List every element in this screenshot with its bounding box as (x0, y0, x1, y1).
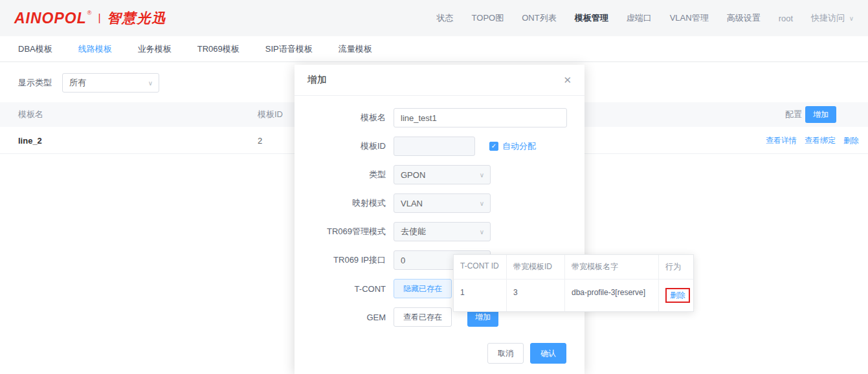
quick-access-menu[interactable]: 快捷访问 ∨ (811, 12, 854, 24)
tcont-label: T-CONT (295, 284, 394, 294)
mapping-mode-label: 映射模式 (295, 197, 394, 209)
logo-divider: | (98, 12, 100, 24)
auto-assign-label: 自动分配 (502, 140, 536, 152)
app-window: AINOPOL ® | 智慧光迅 状态 TOPO图 ONT列表 模板管理 虚端口… (0, 0, 868, 374)
tcont-popup-row: 1 3 dba-profile-3[reserve] 删除 (454, 280, 693, 311)
add-template-dialog: 增加 ✕ 模板名 模板ID ✓ 自动分配 类型 GPON ∨ (295, 65, 584, 374)
column-tcont-id: T-CONT ID (454, 255, 507, 280)
type-select[interactable]: GPON ∨ (394, 165, 491, 184)
column-bandwidth-profile-id: 带宽模板ID (507, 255, 565, 280)
hide-existing-tcont-button[interactable]: 隐藏已存在 (394, 279, 452, 298)
column-template-id: 模板ID (258, 109, 283, 120)
dialog-footer: 取消 确认 (487, 343, 566, 364)
delete-action-highlight-box: 删除 (665, 288, 690, 303)
mapping-mode-select[interactable]: VLAN ∨ (394, 193, 491, 213)
tab-tr069-template[interactable]: TR069模板 (197, 43, 239, 55)
nav-item-advanced-settings[interactable]: 高级设置 (727, 12, 761, 24)
tr069-mode-value: 去使能 (401, 226, 426, 237)
type-value: GPON (401, 170, 425, 180)
tab-service-template[interactable]: 业务模板 (138, 43, 172, 55)
display-type-select[interactable]: 所有 ∨ (62, 73, 159, 93)
add-template-button[interactable]: 增加 (805, 106, 836, 123)
display-type-label: 显示类型 (18, 77, 52, 89)
gem-label: GEM (295, 313, 394, 322)
view-existing-gem-button[interactable]: 查看已存在 (394, 307, 452, 327)
tcont-popup-header: T-CONT ID 带宽模板ID 带宽模板名字 行为 (454, 255, 693, 280)
filter-row: 显示类型 所有 ∨ (18, 73, 159, 93)
nav-item-template-mgmt[interactable]: 模板管理 (575, 12, 608, 24)
tcont-existing-popup: T-CONT ID 带宽模板ID 带宽模板名字 行为 1 3 dba-profi… (453, 254, 694, 312)
tr069-mode-label: TR069管理模式 (295, 226, 394, 237)
tab-traffic-template[interactable]: 流量模板 (339, 43, 372, 55)
tr069-mode-select[interactable]: 去使能 ∨ (394, 222, 491, 241)
user-name[interactable]: root (779, 14, 793, 23)
quick-access-label: 快捷访问 (811, 13, 845, 23)
display-type-value: 所有 (69, 77, 86, 89)
chevron-down-icon: ∨ (480, 228, 484, 236)
column-bandwidth-profile-name: 带宽模板名字 (565, 255, 659, 280)
form-row-template-id: 模板ID ✓ 自动分配 (295, 132, 584, 160)
template-name-value: line_2 (18, 135, 42, 145)
template-name-label: 模板名 (295, 112, 394, 124)
brand-slogan: 智慧光迅 (107, 9, 167, 27)
tcont-action-cell: 删除 (659, 280, 693, 311)
nav-item-vlan-mgmt[interactable]: VLAN管理 (670, 12, 709, 24)
nav-item-virtual-port[interactable]: 虚端口 (627, 12, 652, 24)
delete-tcont-link[interactable]: 删除 (670, 291, 685, 300)
mapping-mode-value: VLAN (401, 199, 423, 208)
column-config: 配置 (785, 109, 802, 120)
dialog-title: 增加 (307, 74, 327, 86)
form-row-mapping-mode: 映射模式 VLAN ∨ (295, 189, 584, 217)
template-name-input[interactable] (394, 108, 567, 127)
top-bar: AINOPOL ® | 智慧光迅 状态 TOPO图 ONT列表 模板管理 虚端口… (0, 0, 868, 36)
delete-row-link[interactable]: 删除 (843, 135, 859, 146)
nav-item-status[interactable]: 状态 (437, 12, 454, 24)
tr069-ip-label: TR069 IP接口 (295, 254, 394, 266)
dialog-header: 增加 ✕ (295, 65, 584, 96)
chevron-down-icon: ∨ (849, 15, 854, 22)
tab-sip-voice-template[interactable]: SIP语音模板 (265, 43, 313, 55)
chevron-down-icon: ∨ (480, 200, 484, 207)
bandwidth-profile-id-value: 3 (507, 280, 565, 311)
checkbox-checked-icon: ✓ (489, 142, 498, 151)
nav-item-topo[interactable]: TOPO图 (472, 12, 504, 24)
tab-line-template[interactable]: 线路模板 (78, 43, 112, 55)
auto-assign-checkbox[interactable]: ✓ 自动分配 (489, 140, 536, 152)
tcont-id-value: 1 (454, 280, 507, 311)
brand-logo: AINOPOL ® | 智慧光迅 (14, 9, 167, 27)
registered-mark: ® (87, 10, 92, 16)
template-id-input[interactable] (394, 137, 475, 156)
tab-dba-template[interactable]: DBA模板 (18, 43, 52, 55)
bandwidth-profile-name-value: dba-profile-3[reserve] (565, 280, 659, 311)
nav-item-ont-list[interactable]: ONT列表 (522, 12, 556, 24)
template-id-label: 模板ID (295, 140, 394, 152)
form-row-tr069-mode: TR069管理模式 去使能 ∨ (295, 217, 584, 246)
cancel-button[interactable]: 取消 (487, 343, 524, 364)
template-tabs: DBA模板 线路模板 业务模板 TR069模板 SIP语音模板 流量模板 (0, 36, 868, 62)
template-id-value: 2 (258, 135, 262, 145)
view-binding-link[interactable]: 查看绑定 (805, 135, 836, 146)
column-template-name: 模板名 (18, 109, 43, 120)
type-label: 类型 (295, 169, 394, 181)
brand-name: AINOPOL (14, 10, 87, 27)
tr069-ip-value: 0 (401, 256, 405, 265)
chevron-down-icon: ∨ (480, 171, 484, 179)
chevron-down-icon: ∨ (148, 80, 153, 87)
form-row-type: 类型 GPON ∨ (295, 160, 584, 189)
close-icon[interactable]: ✕ (563, 74, 572, 86)
main-nav: 状态 TOPO图 ONT列表 模板管理 虚端口 VLAN管理 高级设置 root… (437, 12, 854, 24)
confirm-button[interactable]: 确认 (530, 343, 566, 364)
view-detail-link[interactable]: 查看详情 (766, 135, 797, 146)
column-action: 行为 (659, 255, 693, 280)
form-row-template-name: 模板名 (295, 104, 584, 132)
row-actions: 查看详情 查看绑定 删除 (766, 135, 859, 146)
